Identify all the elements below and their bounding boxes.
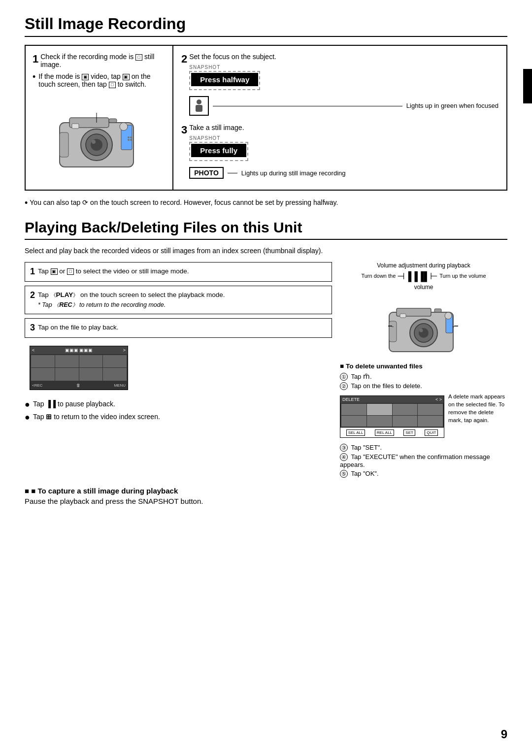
step1-panel: 1 Check if the recording mode is □ still… (26, 46, 173, 190)
note-bullet: • (25, 198, 28, 207)
thumb-cell-3 (79, 355, 103, 368)
playback-main: 1 Tap ▣ or □ to select the video or stil… (25, 262, 507, 478)
playback-step2-box: 2 Tap 《PLAY》 on the touch screen to sele… (25, 286, 332, 315)
thumb-label: ▣▣▣ ▣▣▣ (65, 348, 93, 353)
snapshot-area-2: SNAPSHOT Press fully (189, 135, 499, 164)
delete-top-bar: DELETE < > (340, 396, 444, 403)
bullet-pause: ● Tap ▐▐ to pause playback. (25, 400, 332, 409)
step1-text: Check if the recording mode is □ still i… (40, 53, 154, 68)
thumb-rec-btn: <REC (32, 383, 43, 388)
rec-note: * Tap 《REC》 to return to the recording m… (38, 301, 166, 308)
del-cell-8 (418, 416, 443, 427)
lights-up-still-text: Lights up during still image recording (241, 169, 346, 177)
step3-text: Take a still image. (189, 124, 244, 131)
arrow-line-focus (213, 106, 402, 106)
quit-btn[interactable]: QUIT (425, 429, 438, 436)
delete-ui-row: DELETE < > SEL ALL (340, 393, 507, 441)
play-label: PLAY (56, 291, 73, 298)
svg-rect-8 (72, 124, 79, 129)
svg-rect-17 (196, 105, 202, 112)
svg-rect-26 (400, 314, 406, 318)
playback-step1-text: Tap ▣ or □ to select the video or still … (38, 266, 189, 276)
rec-chevron2: 》 (72, 302, 78, 308)
step3-row: 3 Take a still image. SNAPSHOT Press ful… (181, 124, 499, 179)
del-cell-6 (367, 416, 392, 427)
playback-desc: Select and play back the recorded videos… (25, 246, 507, 256)
playback-step2-inner: 2 Tap 《PLAY》 on the touch screen to sele… (30, 290, 327, 310)
rel-all-btn[interactable]: REL ALL (375, 429, 394, 436)
step1-bullet: • If the mode is ▣ video, tap ▣ on the t… (33, 72, 166, 88)
step3-content: Take a still image. SNAPSHOT Press fully… (189, 124, 499, 179)
index-icon: ⊞ (46, 413, 52, 421)
play-chevron: 《 (51, 292, 56, 298)
person-svg (193, 99, 205, 113)
person-focus-icon (189, 96, 209, 116)
press-halfway-wrap: Press halfway (189, 71, 260, 90)
playback-step2-text: Tap 《PLAY》 on the touch screen to select… (38, 291, 225, 298)
svg-text:−: − (392, 325, 394, 329)
note-content: You can also tap ⟳ on the touch screen t… (30, 198, 338, 206)
svg-rect-7 (109, 119, 117, 123)
step2-row: 2 Set the focus on the subject. SNAPSHOT… (181, 53, 499, 119)
bullet-pause-text: Tap ▐▐ to pause playback. (33, 400, 115, 408)
del-cell-7 (393, 416, 418, 427)
playback-step3-text: Tap on the file to play back. (38, 323, 119, 332)
set-btn[interactable]: SET (403, 429, 415, 436)
right-panel: 2 Set the focus on the subject. SNAPSHOT… (173, 46, 506, 190)
step3-number: 3 (181, 124, 187, 136)
playback-step3-box: 3 Tap on the file to play back. (25, 318, 332, 338)
playback-left: 1 Tap ▣ or □ to select the video or stil… (25, 262, 332, 478)
camera-illustration-left (45, 93, 153, 172)
circle-1: ① (340, 373, 348, 381)
still-icon2: □ (109, 82, 116, 88)
still-note: • You can also tap ⟳ on the touch screen… (25, 198, 507, 207)
svg-text:+: + (452, 325, 455, 329)
svg-rect-9 (60, 132, 68, 157)
thumbnail-section: < ▣▣▣ ▣▣▣ > <REC 🗑 MENU (25, 342, 332, 390)
del-cell-3 (393, 404, 418, 415)
still-icon3: □ (67, 268, 74, 275)
vol-plus: Turn up the volume (439, 273, 486, 279)
thumb-arrows-left: < (32, 348, 34, 353)
delete-caption: A delete mark appears on the selected fi… (448, 393, 507, 424)
play-chevron2: 》 (73, 292, 78, 298)
thumb-cell-5 (31, 368, 55, 381)
bullet-index: ● Tap ⊞ to return to the video index scr… (25, 413, 332, 422)
step2-content: Set the focus on the subject. SNAPSHOT P… (189, 53, 499, 119)
sidebar-marker (523, 69, 532, 103)
thumb-cell-7 (79, 368, 103, 381)
video-icon2: ▣ (123, 74, 130, 80)
step2-number: 2 (181, 53, 187, 66)
playback-step3-inner: 3 Tap on the file to play back. (30, 323, 327, 333)
bullet-dot-2: ● (25, 400, 30, 409)
circle-5: ⑤ (340, 470, 348, 478)
svg-point-13 (128, 139, 130, 141)
thumb-cell-4 (103, 355, 127, 368)
thumb-cell-2 (55, 355, 79, 368)
playback-bullets: ● Tap ▐▐ to pause playback. ● Tap ⊞ to r… (25, 396, 332, 422)
vol-diagram: Volume adjustment during playback Turn d… (340, 262, 507, 357)
snapshot-label-2: SNAPSHOT (189, 65, 499, 70)
svg-point-12 (130, 136, 132, 138)
delete-section: ■ To delete unwanted files ① Tap m̄. ② T… (340, 362, 507, 478)
thumb-cell-6 (55, 368, 79, 381)
step1-bullet-text: If the mode is ▣ video, tap ▣ on the tou… (38, 72, 166, 88)
lights-up-text: Lights up in green when focused (406, 101, 499, 110)
svg-point-10 (120, 123, 128, 131)
sel-all-btn[interactable]: SEL ALL (346, 429, 366, 436)
photo-box: PHOTO (189, 167, 224, 179)
section2-title: Playing Back/Deleting Files on this Unit (25, 219, 507, 240)
step1-content: Check if the recording mode is □ still i… (40, 53, 166, 68)
step1-number: 1 (33, 53, 38, 66)
thumb-cell-1 (31, 355, 55, 368)
circle-4: ④ (340, 453, 348, 461)
playback-step1-inner: 1 Tap ▣ or □ to select the video or stil… (30, 266, 327, 277)
delete-arrows: < > (435, 397, 442, 402)
press-fully-wrap: Press fully (189, 142, 248, 161)
del-cell-4 (418, 404, 443, 415)
svg-point-5 (92, 140, 96, 144)
playback-step1-num: 1 (30, 266, 35, 277)
video-icon3: ▣ (51, 268, 58, 275)
playback-step2-content: Tap 《PLAY》 on the touch screen to select… (38, 290, 225, 310)
delete-grid (340, 403, 444, 427)
